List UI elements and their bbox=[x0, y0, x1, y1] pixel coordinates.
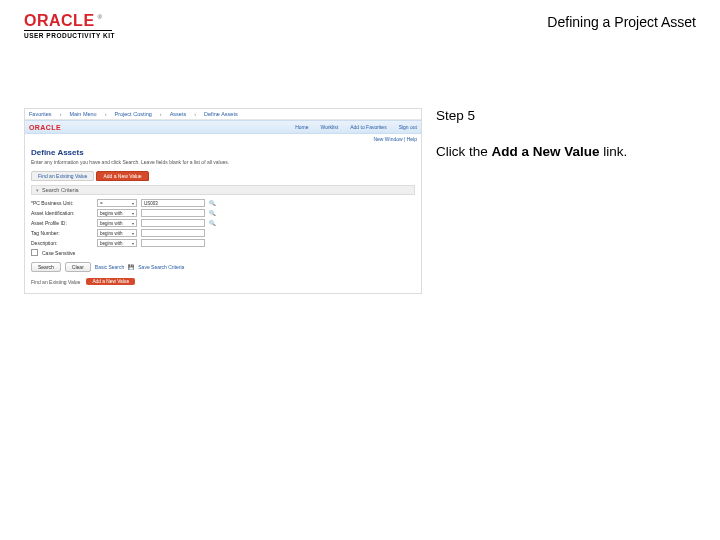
link-worklist[interactable]: Worklist bbox=[321, 124, 339, 130]
link-new-window-help[interactable]: New Window | Help bbox=[373, 136, 417, 142]
lookup-icon[interactable]: 🔍 bbox=[209, 220, 216, 226]
instruction-column: Step 5 Click the Add a New Value link. bbox=[436, 108, 696, 540]
operator-select-profile[interactable]: begins with▾ bbox=[97, 219, 137, 227]
oracle-app-logo: ORACLE bbox=[29, 124, 61, 131]
operator-select-desc[interactable]: begins with▾ bbox=[97, 239, 137, 247]
label-asset-profile: Asset Profile ID: bbox=[31, 220, 93, 226]
search-button[interactable]: Search bbox=[31, 262, 61, 272]
footer-tab-links: Find an Existing Value Add a New Value bbox=[31, 278, 415, 285]
registered-mark: ® bbox=[98, 14, 102, 20]
label-tag-number: Tag Number: bbox=[31, 230, 93, 236]
label-case-sensitive: Case Sensitive bbox=[42, 250, 75, 256]
app-header-band: ORACLE Home Worklist Add to Favorites Si… bbox=[25, 120, 421, 134]
crumb-assets[interactable]: Assets bbox=[170, 111, 187, 117]
chevron-right-icon: › bbox=[160, 111, 162, 117]
row-tag-number: Tag Number: begins with▾ bbox=[31, 229, 415, 237]
row-asset-profile: Asset Profile ID: begins with▾ 🔍 bbox=[31, 219, 415, 227]
lookup-icon[interactable]: 🔍 bbox=[209, 200, 216, 206]
chevron-down-icon: ▾ bbox=[132, 201, 134, 206]
doc-header: ORACLE ® USER PRODUCTIVITY KIT Defining … bbox=[24, 14, 696, 54]
operator-select-assetid[interactable]: begins with▾ bbox=[97, 209, 137, 217]
chevron-right-icon: › bbox=[105, 111, 107, 117]
row-description: Description: begins with▾ bbox=[31, 239, 415, 247]
screenshot-column: Favorites› Main Menu› Project Costing› A… bbox=[24, 108, 422, 540]
instruction-text: Click the Add a New Value link. bbox=[436, 143, 696, 161]
chevron-down-icon: ▾ bbox=[132, 211, 134, 216]
row-business-unit: *PC Business Unit: =▾ US003 🔍 bbox=[31, 199, 415, 207]
chevron-right-icon: › bbox=[194, 111, 196, 117]
search-criteria-label: Search Criteria bbox=[42, 187, 79, 193]
save-search-criteria-link[interactable]: Save Search Criteria bbox=[138, 264, 184, 270]
input-asset-id[interactable] bbox=[141, 209, 205, 217]
logo-divider bbox=[24, 30, 112, 31]
operator-select-tag[interactable]: begins with▾ bbox=[97, 229, 137, 237]
app-page-subtitle: Enter any information you have and click… bbox=[31, 159, 415, 165]
app-top-links: Home Worklist Add to Favorites Sign out bbox=[295, 124, 417, 130]
row-case-sensitive: Case Sensitive bbox=[31, 249, 415, 256]
crumb-define-assets[interactable]: Define Assets bbox=[204, 111, 238, 117]
step-label: Step 5 bbox=[436, 108, 696, 123]
operator-select-bu[interactable]: =▾ bbox=[97, 199, 137, 207]
chevron-down-icon: ▾ bbox=[132, 241, 134, 246]
row-asset-id: Asset Identification: begins with▾ 🔍 bbox=[31, 209, 415, 217]
breadcrumb: Favorites› Main Menu› Project Costing› A… bbox=[25, 109, 421, 120]
link-add-favorites[interactable]: Add to Favorites bbox=[350, 124, 386, 130]
oracle-wordmark: ORACLE bbox=[24, 14, 95, 28]
tab-add-new-value[interactable]: Add a New Value bbox=[96, 171, 148, 181]
chevron-down-icon: ▾ bbox=[132, 231, 134, 236]
input-asset-profile[interactable] bbox=[141, 219, 205, 227]
search-tabs: Find an Existing Value Add a New Value bbox=[31, 171, 415, 181]
label-asset-id: Asset Identification: bbox=[31, 210, 93, 216]
instr-bold: Add a New Value bbox=[492, 144, 600, 159]
input-tag-number[interactable] bbox=[141, 229, 205, 237]
crumb-project-costing[interactable]: Project Costing bbox=[115, 111, 152, 117]
checkbox-case-sensitive[interactable] bbox=[31, 249, 38, 256]
input-description[interactable] bbox=[141, 239, 205, 247]
footer-find-existing[interactable]: Find an Existing Value bbox=[31, 279, 80, 285]
chevron-down-icon: ▾ bbox=[132, 221, 134, 226]
chevron-right-icon: › bbox=[60, 111, 62, 117]
input-business-unit[interactable]: US003 bbox=[141, 199, 205, 207]
tab-find-existing[interactable]: Find an Existing Value bbox=[31, 171, 94, 181]
link-sign-out[interactable]: Sign out bbox=[399, 124, 417, 130]
save-icon: 💾 bbox=[128, 264, 134, 270]
crumb-main-menu[interactable]: Main Menu bbox=[69, 111, 96, 117]
app-body: Define Assets Enter any information you … bbox=[25, 144, 421, 293]
link-home[interactable]: Home bbox=[295, 124, 308, 130]
basic-search-link[interactable]: Basic Search bbox=[95, 264, 124, 270]
lookup-icon[interactable]: 🔍 bbox=[209, 210, 216, 216]
page-title: Defining a Project Asset bbox=[547, 14, 696, 30]
clear-button[interactable]: Clear bbox=[65, 262, 91, 272]
upk-subtitle: USER PRODUCTIVITY KIT bbox=[24, 32, 696, 39]
app-page-title: Define Assets bbox=[31, 148, 415, 157]
label-description: Description: bbox=[31, 240, 93, 246]
footer-add-new-value[interactable]: Add a New Value bbox=[86, 278, 135, 285]
content-row: Favorites› Main Menu› Project Costing› A… bbox=[24, 108, 696, 540]
app-screenshot: Favorites› Main Menu› Project Costing› A… bbox=[24, 108, 422, 294]
label-business-unit: *PC Business Unit: bbox=[31, 200, 93, 206]
button-row: Search Clear Basic Search 💾 Save Search … bbox=[31, 262, 415, 272]
search-criteria-header[interactable]: ▾ Search Criteria bbox=[31, 185, 415, 195]
instr-prefix: Click the bbox=[436, 144, 492, 159]
instr-suffix: link. bbox=[600, 144, 628, 159]
app-menu-row: New Window | Help bbox=[25, 134, 421, 144]
collapse-icon: ▾ bbox=[36, 187, 39, 193]
crumb-favorites[interactable]: Favorites bbox=[29, 111, 52, 117]
